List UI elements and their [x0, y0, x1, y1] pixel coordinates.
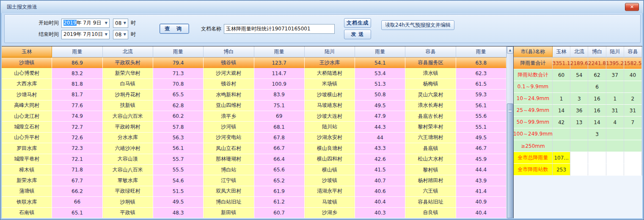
rainfall-value-cell[interactable]: 44	[355, 133, 405, 143]
rainfall-value-cell[interactable]: 43.3	[355, 143, 405, 154]
start-hour-combobox[interactable]: 08 ▼	[113, 19, 128, 28]
main-column-header[interactable]: 雨量	[456, 46, 506, 57]
rainfall-value-cell[interactable]: 83.9	[254, 90, 305, 100]
summary-value-cell[interactable]	[570, 128, 588, 140]
station-name-cell[interactable]: 沙垌丹花村	[103, 90, 153, 100]
summary-value-cell[interactable]	[606, 81, 624, 93]
station-name-cell[interactable]: 覃敏水库	[103, 175, 153, 186]
summary-value-cell[interactable]: 107...	[553, 152, 570, 164]
summary-value-cell[interactable]	[624, 164, 642, 176]
rainfall-value-cell[interactable]: 44.3	[355, 122, 405, 132]
rainfall-value-cell[interactable]: 74.9	[52, 111, 102, 122]
station-name-cell[interactable]: 山心博爱村	[2, 68, 52, 79]
station-name-cell[interactable]: 清湖永平村	[305, 186, 355, 197]
summary-value-cell[interactable]: 3	[588, 128, 606, 140]
rainfall-value-cell[interactable]: 40.3	[355, 208, 405, 218]
station-name-cell[interactable]: 容县站旧址	[405, 197, 456, 207]
summary-value-cell[interactable]: 1	[553, 93, 570, 105]
summary-value-cell[interactable]	[624, 81, 642, 93]
summary-value-cell[interactable]	[624, 128, 642, 140]
station-name-cell[interactable]: 白马镇	[103, 79, 153, 90]
summary-value-cell[interactable]: 6	[588, 81, 606, 93]
chevron-down-icon[interactable]: ▼	[103, 21, 109, 25]
summary-value-cell[interactable]	[588, 140, 606, 152]
station-name-cell[interactable]: 黎村镇	[405, 165, 456, 175]
station-name-cell[interactable]: 平政绿旺村	[103, 186, 153, 197]
main-column-header[interactable]: 博白	[204, 46, 254, 57]
main-column-header[interactable]: 北流	[103, 46, 153, 57]
station-name-cell[interactable]: 铁联水库	[2, 197, 52, 207]
rainfall-value-cell[interactable]: 56.1	[153, 143, 204, 154]
summary-column-header[interactable]: 博白	[588, 46, 606, 57]
rainfall-value-cell[interactable]: 71.8	[52, 165, 102, 175]
station-name-cell[interactable]: 城隍平巷村	[2, 154, 52, 165]
send-button[interactable]: 发 送	[344, 30, 371, 39]
summary-row-label[interactable]: 10～24.9mm	[514, 93, 553, 105]
rainfall-value-cell[interactable]: 62.3	[456, 68, 506, 79]
rainfall-value-cell[interactable]: 100.9	[254, 79, 305, 90]
station-name-cell[interactable]: 横山四和村	[305, 154, 355, 165]
station-name-cell[interactable]: 亚山四维村	[204, 100, 254, 111]
summary-column-header[interactable]: 陆川	[606, 46, 624, 57]
station-name-cell[interactable]: 博白站旧址	[204, 197, 254, 207]
summary-value-cell[interactable]: 4	[606, 117, 624, 128]
summary-value-cell[interactable]	[624, 140, 642, 152]
rainfall-value-cell[interactable]: 68.1	[254, 122, 305, 132]
station-name-cell[interactable]: 博白站	[204, 165, 254, 175]
rainfall-value-cell[interactable]: 55.6	[456, 111, 506, 122]
summary-value-cell[interactable]	[570, 140, 588, 152]
rainfall-value-cell[interactable]: 49.5	[355, 100, 405, 111]
summary-column-header[interactable]: 容县	[624, 46, 642, 57]
rainfall-value-cell[interactable]: 40.7	[355, 175, 405, 186]
rainfall-value-cell[interactable]: 79.4	[153, 57, 204, 68]
summary-value-cell[interactable]	[606, 140, 624, 152]
station-name-cell[interactable]: 松山大水村	[405, 154, 456, 165]
station-name-cell[interactable]: 灵山六泉村	[405, 90, 456, 100]
rainfall-value-cell[interactable]: 54.1	[355, 57, 405, 68]
rainfall-value-cell[interactable]: 60.2	[153, 111, 204, 122]
rainfall-value-cell[interactable]: 72.3	[52, 143, 102, 154]
station-name-cell[interactable]: 平政镇	[103, 208, 153, 218]
rainfall-value-cell[interactable]: 59.3	[456, 90, 506, 100]
station-name-cell[interactable]: 平政双头村	[103, 57, 153, 68]
summary-row-label[interactable]: ≥250mm	[514, 140, 553, 152]
read-forecast-button[interactable]: 读取24h天气预报报文并编辑	[381, 20, 454, 30]
rainfall-value-cell[interactable]: 62.8	[153, 100, 204, 111]
summary-value-cell[interactable]: 16	[588, 105, 606, 117]
station-name-cell[interactable]: 大桥陆透村	[305, 68, 355, 79]
station-name-cell[interactable]: 黎村荣丰村	[405, 122, 456, 132]
rainfall-value-cell[interactable]: 66	[52, 197, 102, 207]
rainfall-value-cell[interactable]: 63.8	[456, 57, 506, 68]
rainfall-value-cell[interactable]: 44.4	[456, 165, 506, 175]
main-column-header[interactable]: 雨量	[355, 46, 405, 57]
rainfall-value-cell[interactable]: 86.9	[52, 57, 102, 68]
station-name-cell[interactable]: 横山良塘村	[305, 143, 355, 154]
summary-value-cell[interactable]: 37	[606, 69, 624, 81]
summary-value-cell[interactable]	[624, 152, 642, 164]
summary-value-cell[interactable]: 1	[606, 93, 624, 105]
main-column-header[interactable]: 容县	[405, 46, 456, 57]
summary-row-label[interactable]: 全市总降雨量	[514, 152, 553, 164]
rainfall-value-cell[interactable]: 48.3	[153, 208, 204, 218]
station-name-cell[interactable]: 山心升平村	[2, 133, 52, 143]
summary-row-label[interactable]: 50～99.9mm	[514, 117, 553, 128]
station-name-cell[interactable]: 新荣水库	[2, 175, 52, 186]
station-name-cell[interactable]: 那林珊瑚村	[204, 154, 254, 165]
station-name-cell[interactable]: 顿谷镇	[204, 57, 254, 68]
station-name-cell[interactable]: 县底古长村	[405, 111, 456, 122]
summary-value-cell[interactable]: 54	[570, 69, 588, 81]
summary-value-cell[interactable]	[570, 164, 588, 176]
station-name-cell[interactable]: 县底镇	[405, 143, 456, 154]
summary-column-header[interactable]: 北流	[570, 46, 588, 57]
rainfall-value-cell[interactable]: 42.6	[355, 154, 405, 165]
rainfall-value-cell[interactable]: 49.5	[153, 197, 204, 207]
rainfall-value-cell[interactable]: 67.7	[52, 175, 102, 186]
main-column-header[interactable]: 玉林	[2, 46, 52, 57]
station-name-cell[interactable]: 新田镇	[204, 208, 254, 218]
rainfall-value-cell[interactable]: 69	[254, 111, 305, 122]
summary-value-cell[interactable]	[553, 128, 570, 140]
summary-value-cell[interactable]: 16	[588, 93, 606, 105]
station-name-cell[interactable]: 沙坡镇	[305, 175, 355, 186]
station-name-cell[interactable]: 沙湖永安村	[305, 133, 355, 143]
station-name-cell[interactable]: 高峰大同村	[2, 100, 52, 111]
